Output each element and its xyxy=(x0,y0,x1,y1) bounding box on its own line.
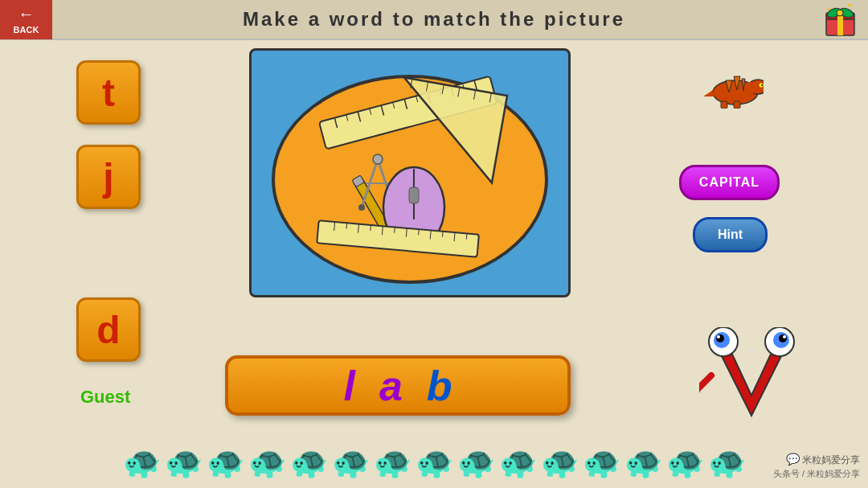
main-content: t j d xyxy=(0,40,868,488)
svg-line-49 xyxy=(395,227,395,232)
svg-rect-42 xyxy=(409,187,419,203)
svg-point-66 xyxy=(761,84,763,86)
letter-t-button[interactable]: t xyxy=(76,60,141,125)
svg-rect-60 xyxy=(721,101,727,109)
instruction-text: Make a word to match the picture xyxy=(52,8,816,31)
turtle-13: 🐢 xyxy=(624,445,662,480)
svg-rect-58 xyxy=(747,82,759,93)
svg-text:✦: ✦ xyxy=(846,2,853,10)
dinosaur-icon xyxy=(703,56,764,117)
svg-line-55 xyxy=(466,233,467,239)
svg-line-76 xyxy=(699,375,711,392)
svg-point-74 xyxy=(779,334,787,342)
turtle-5: 🐢 xyxy=(290,445,328,480)
capital-button[interactable]: CAPITAL xyxy=(679,165,780,200)
letter-d-button[interactable]: d xyxy=(76,297,141,362)
turtle-3: 🐢 xyxy=(207,445,244,480)
turtle-row: 🐢 🐢 🐢 🐢 🐢 🐢 🐢 🐢 🐢 🐢 🐢 🐢 🐢 🐢 🐢 xyxy=(0,436,868,488)
svg-point-75 xyxy=(783,335,786,338)
back-label: BACK xyxy=(14,25,39,35)
turtle-8: 🐢 xyxy=(416,445,453,480)
turtle-9: 🐢 xyxy=(457,445,495,480)
turtle-14: 🐢 xyxy=(666,445,704,480)
guest-label: Guest xyxy=(80,387,130,408)
watermark: 💬 米粒妈爱分享 头条号 / 米粒妈爱分享 xyxy=(773,452,860,480)
svg-line-51 xyxy=(419,229,420,235)
svg-rect-61 xyxy=(734,101,740,109)
svg-point-37 xyxy=(358,204,365,211)
word-letter-l: l xyxy=(343,362,354,410)
gift-icon[interactable]: ✦ ✦ xyxy=(816,0,864,39)
back-arrow-icon: ← xyxy=(18,5,35,23)
svg-point-71 xyxy=(717,335,720,338)
svg-line-45 xyxy=(346,223,347,228)
word-letter-a: a xyxy=(379,362,403,410)
picture-container xyxy=(249,48,571,297)
svg-point-36 xyxy=(373,154,383,164)
top-bar: ← BACK Make a word to match the picture … xyxy=(0,0,868,40)
letter-j-button[interactable]: j xyxy=(76,145,141,209)
svg-point-5 xyxy=(837,10,843,16)
turtle-1: 🐢 xyxy=(123,445,161,480)
watermark-line1: 💬 米粒妈爱分享 xyxy=(773,452,860,468)
svg-line-53 xyxy=(442,231,443,236)
svg-text:✦: ✦ xyxy=(826,6,832,13)
back-button[interactable]: ← BACK xyxy=(0,0,52,39)
watermark-line2: 头条号 / 米粒妈爱分享 xyxy=(773,468,860,480)
turtle-11: 🐢 xyxy=(541,445,579,480)
school-supplies-image xyxy=(253,55,567,292)
word-letter-b: b xyxy=(427,362,452,410)
turtle-12: 🐢 xyxy=(583,445,620,480)
hint-button[interactable]: Hint xyxy=(693,217,768,252)
turtle-10: 🐢 xyxy=(499,445,537,480)
turtle-6: 🐢 xyxy=(332,445,370,480)
turtle-15: 🐢 xyxy=(708,445,746,480)
turtle-2: 🐢 xyxy=(165,445,203,480)
mascot-character xyxy=(699,327,804,432)
svg-point-70 xyxy=(716,334,724,342)
turtle-7: 🐢 xyxy=(374,445,411,480)
svg-marker-59 xyxy=(703,90,714,96)
turtle-4: 🐢 xyxy=(248,445,286,480)
word-display-bar: l a b xyxy=(225,355,571,416)
svg-line-47 xyxy=(371,225,371,231)
